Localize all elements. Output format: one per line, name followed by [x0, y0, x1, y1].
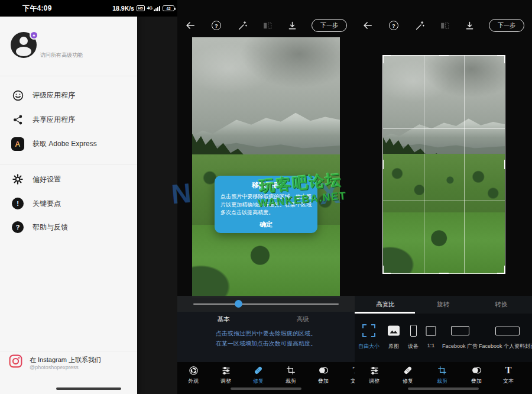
back-button[interactable] [360, 18, 375, 33]
home-indicator[interactable] [56, 387, 121, 390]
ratio-original[interactable]: 原图 [388, 321, 400, 350]
square-ratio-icon [426, 321, 436, 340]
download-icon [464, 20, 475, 31]
crop-handle-right[interactable] [504, 160, 505, 169]
photo-canvas-crop [382, 55, 505, 274]
tool-adjust[interactable]: 调整 [213, 364, 239, 385]
app-screenshot: 下午4:09 18.9K/s HD 4G 42 ★ 访问所有高级功能 [0, 0, 532, 394]
panel-settings-drawer: 下午4:09 18.9K/s HD 4G 42 ★ 访问所有高级功能 [0, 0, 177, 394]
looks-icon [180, 364, 206, 376]
tool-overlay[interactable]: 叠加 [463, 364, 489, 385]
tab-basic[interactable]: 基本 [218, 315, 230, 324]
active-tab-underline [355, 312, 415, 314]
ratio-free-size[interactable]: 自由大小 [358, 321, 379, 350]
home-indicator[interactable] [408, 387, 479, 390]
crop-handle-bottom-left[interactable] [382, 266, 391, 274]
slider-thumb[interactable] [235, 300, 242, 308]
tool-overlay[interactable]: 叠加 [310, 364, 336, 385]
share-icon [11, 113, 24, 126]
dialog-ok-button[interactable]: 确定 [215, 220, 317, 229]
sliders-icon [213, 364, 239, 376]
crop-handle-bottom[interactable] [439, 273, 449, 274]
home-indicator[interactable] [231, 387, 301, 390]
export-button[interactable] [284, 18, 300, 33]
premium-star-icon: ★ [30, 31, 38, 40]
alert-icon: ! [11, 197, 24, 210]
smiley-icon [11, 89, 24, 102]
next-button[interactable]: 下一步 [489, 19, 524, 32]
menu-item-help-feedback[interactable]: ? 帮助与反馈 [0, 215, 137, 239]
help-button[interactable]: ? [209, 18, 224, 33]
facebook-ad-ratio-icon [442, 321, 478, 340]
divider [0, 164, 137, 164]
ratio-facebook-cover[interactable]: Facebook 个人资料封面 [479, 321, 532, 350]
menu-item-get-adobe-express[interactable]: A 获取 Adobe Express [0, 132, 137, 156]
tool-adjust[interactable]: 调整 [361, 364, 387, 385]
facebook-cover-ratio-icon [479, 321, 532, 340]
premium-note: 访问所有高级功能 [40, 51, 83, 59]
back-arrow-icon [362, 20, 374, 31]
crop-handle-top-left[interactable] [382, 55, 391, 63]
dialog-title: 移除瑕疵 [215, 180, 317, 190]
back-button[interactable] [183, 18, 198, 33]
bandaid-icon [395, 364, 421, 376]
instagram-icon [8, 354, 23, 371]
tool-crop[interactable]: 裁剪 [429, 364, 455, 385]
tool-crop[interactable]: 裁剪 [278, 364, 304, 385]
tool-looks[interactable]: 外观 [180, 364, 206, 385]
text-tool-icon: T [343, 364, 355, 376]
auto-enhance-button[interactable] [412, 18, 427, 33]
ratio-device[interactable]: 设备 [408, 321, 419, 350]
crop-icon [278, 364, 304, 376]
divider [0, 76, 137, 76]
tool-heal[interactable]: 修复 [245, 364, 271, 385]
heal-hint-line2: 在某一区域增加点击次数可提高精度。 [177, 340, 355, 348]
menu-item-key-points[interactable]: ! 关键要点 [0, 192, 137, 215]
sliders-icon [361, 364, 387, 376]
text-tool-icon: T [495, 364, 521, 376]
menu-item-preferences[interactable]: 偏好设置 [0, 167, 137, 191]
menu-item-share-app[interactable]: 共享应用程序 [0, 108, 137, 131]
next-button[interactable]: 下一步 [312, 19, 347, 32]
menu-item-rate-app[interactable]: 评级应用程序 [0, 83, 137, 107]
tool-heal[interactable]: 修复 [395, 364, 421, 385]
before-after-button[interactable] [437, 18, 452, 33]
photo-canvas-heal[interactable] [192, 37, 340, 298]
before-after-button[interactable] [259, 18, 275, 33]
ratio-1-1[interactable]: 1:1 [426, 321, 436, 348]
tab-transform[interactable]: 转换 [495, 301, 508, 309]
slider-track[interactable] [193, 303, 339, 305]
tab-rotate[interactable]: 旋转 [437, 301, 450, 309]
dialog-body: 点击照片中要移除瑕疵的区域。放大照片以更加精确地进行选择。在某个区域多次点击以提… [220, 193, 312, 217]
help-icon: ? [212, 21, 221, 30]
tab-aspect-ratio[interactable]: 高宽比 [376, 301, 395, 309]
status-time: 下午4:09 [22, 4, 52, 14]
original-image-icon [388, 321, 400, 340]
size-slider [177, 296, 355, 312]
network-speed: 18.9K/s [112, 5, 134, 12]
tool-text[interactable]: T 文本 [343, 364, 355, 385]
crop-handle-bottom-right[interactable] [497, 266, 505, 274]
tab-advanced[interactable]: 高级 [297, 315, 309, 324]
remove-blemish-dialog: 移除瑕疵 点击照片中要移除瑕疵的区域。放大照片以更加精确地进行选择。在某个区域多… [215, 176, 317, 233]
battery-icon: 42 [163, 5, 174, 11]
drawer-backdrop[interactable] [137, 17, 177, 394]
crop-handle-left[interactable] [382, 160, 384, 169]
magic-wand-icon [237, 20, 248, 31]
crop-handle-top[interactable] [439, 55, 449, 56]
free-size-icon [358, 321, 379, 340]
before-after-icon [262, 20, 273, 31]
device-ratio-icon [408, 321, 419, 340]
help-button[interactable]: ? [386, 18, 401, 33]
panel-heal-tool: ? 下一步 移除瑕疵 点击照片中要移除瑕疵的区域。放大照片以更加精 [177, 0, 355, 394]
export-button[interactable] [462, 18, 477, 33]
ratio-facebook-ad[interactable]: Facebook 广告 [442, 321, 478, 350]
crop-handle-top-right[interactable] [497, 55, 505, 63]
tool-text[interactable]: T 文本 [495, 364, 521, 385]
bandaid-icon [245, 364, 271, 376]
crop-grid[interactable] [382, 55, 505, 274]
heal-hint-line1: 点击或拖过照片中要去除瑕疵的区域。 [177, 330, 355, 338]
auto-enhance-button[interactable] [235, 18, 250, 33]
instagram-link[interactable]: 在 Instagram 上联系我们 @photoshopexpress [0, 350, 137, 377]
overlay-circles-icon [463, 364, 489, 376]
